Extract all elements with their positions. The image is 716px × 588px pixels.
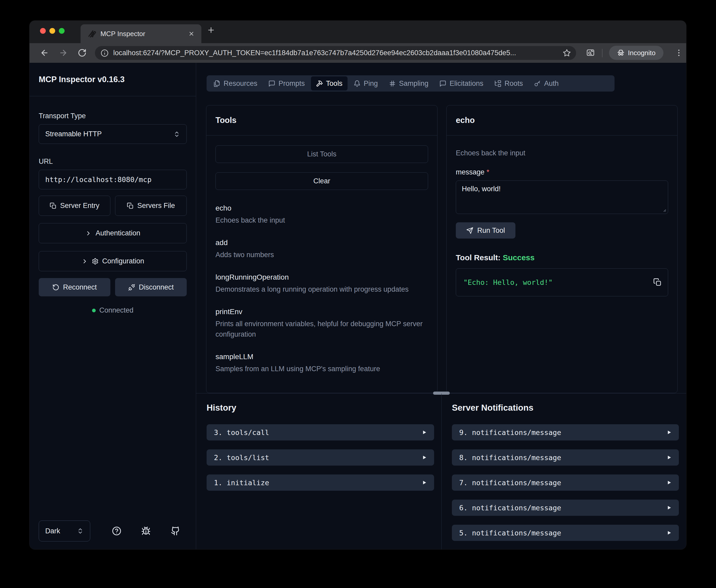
message-square-icon xyxy=(439,80,447,87)
tool-name: echo xyxy=(216,204,428,212)
chevrons-up-down-icon xyxy=(173,131,180,138)
tool-detail-title: echo xyxy=(447,105,677,135)
expand-play-icon xyxy=(666,455,672,460)
param-name: message xyxy=(456,168,484,176)
browser-tab[interactable]: MCP Inspector xyxy=(81,24,201,43)
message-input[interactable]: Hello, world! xyxy=(456,181,668,214)
list-tools-button[interactable]: List Tools xyxy=(216,145,428,163)
tab-label: Prompts xyxy=(279,80,305,88)
theme-select[interactable]: Dark xyxy=(39,521,90,542)
reconnect-button[interactable]: Reconnect xyxy=(39,278,110,296)
resize-grip-icon[interactable] xyxy=(661,207,666,212)
disconnect-button[interactable]: Disconnect xyxy=(115,278,187,296)
site-info-icon[interactable] xyxy=(101,49,109,57)
tool-item-add[interactable]: add Adds two numbers xyxy=(216,238,428,260)
url-text: localhost:6274/?MCP_PROXY_AUTH_TOKEN=ec1… xyxy=(113,49,516,57)
tool-description: Prints all environment variables, helpfu… xyxy=(216,319,428,339)
tool-name: add xyxy=(216,238,428,247)
tool-name: longRunningOperation xyxy=(216,273,428,281)
tab-elicitations[interactable]: Elicitations xyxy=(434,77,488,90)
screenshot-stage: MCP Inspector localhost:6274/?MCP_PROXY_… xyxy=(0,0,716,588)
mcp-logo-icon xyxy=(87,29,96,38)
tab-roots[interactable]: Roots xyxy=(489,77,528,90)
url-label: URL xyxy=(39,158,187,166)
tool-description: Echoes back the input xyxy=(216,215,428,226)
clear-tools-button[interactable]: Clear xyxy=(216,172,428,190)
tab-label: Elicitations xyxy=(450,80,483,88)
toolbar-divider xyxy=(602,49,603,57)
gear-icon xyxy=(92,258,99,265)
tool-item-samplellm[interactable]: sampleLLM Samples from an LLM using MCP'… xyxy=(216,353,428,374)
tool-item-printenv[interactable]: printEnv Prints all environment variable… xyxy=(216,308,428,339)
reload-icon[interactable] xyxy=(78,48,87,57)
tab-ping[interactable]: Ping xyxy=(349,77,383,90)
tool-item-echo[interactable]: echo Echoes back the input xyxy=(216,204,428,226)
authentication-label: Authentication xyxy=(95,229,140,237)
tool-item-longrunningoperation[interactable]: longRunningOperation Demonstrates a long… xyxy=(216,273,428,295)
bottom-column-divider xyxy=(441,393,442,549)
server-notifications-title: Server Notifications xyxy=(452,403,679,413)
tab-search-icon[interactable] xyxy=(586,48,595,57)
tool-result-box: "Echo: Hello, world!" xyxy=(456,268,668,296)
run-tool-button[interactable]: Run Tool xyxy=(456,222,516,238)
notification-row[interactable]: 9. notifications/message xyxy=(452,424,679,440)
incognito-icon xyxy=(617,49,625,57)
tool-description: Demonstrates a long running operation wi… xyxy=(216,284,428,295)
history-entry: 3. tools/call xyxy=(214,428,269,437)
app-title: MCP Inspector v0.16.3 xyxy=(29,63,196,96)
bookmark-star-icon[interactable] xyxy=(563,49,571,57)
tools-panel-title: Tools xyxy=(206,105,437,135)
server-entry-label: Server Entry xyxy=(60,202,100,210)
new-tab-button[interactable] xyxy=(207,26,215,34)
window-zoom-button[interactable] xyxy=(59,28,65,34)
sidebar-footer: Dark xyxy=(39,521,187,542)
notification-entry: 9. notifications/message xyxy=(459,428,561,437)
tab-prompts[interactable]: Prompts xyxy=(263,77,310,90)
browser-tabstrip: MCP Inspector xyxy=(29,21,686,43)
address-bar[interactable]: localhost:6274/?MCP_PROXY_AUTH_TOKEN=ec1… xyxy=(95,46,576,60)
tool-detail-description: Echoes back the input xyxy=(456,149,668,157)
history-row[interactable]: 1. initialize xyxy=(207,475,434,491)
bug-icon[interactable] xyxy=(141,526,151,536)
copy-icon xyxy=(50,203,57,209)
run-tool-label: Run Tool xyxy=(477,227,505,235)
github-icon[interactable] xyxy=(171,526,180,536)
window-minimize-button[interactable] xyxy=(49,28,55,34)
forward-icon[interactable] xyxy=(59,48,68,57)
chevron-right-icon xyxy=(81,258,88,265)
tool-result-heading: Tool Result: Success xyxy=(456,253,668,262)
server-entry-button[interactable]: Server Entry xyxy=(39,196,110,216)
notification-row[interactable]: 8. notifications/message xyxy=(452,449,679,466)
servers-file-button[interactable]: Servers File xyxy=(115,196,187,216)
help-icon[interactable] xyxy=(112,526,121,536)
authentication-button[interactable]: Authentication xyxy=(39,223,187,243)
tab-close-icon[interactable] xyxy=(188,30,195,37)
send-icon xyxy=(466,227,473,234)
back-icon[interactable] xyxy=(40,48,49,57)
history-row[interactable]: 3. tools/call xyxy=(207,424,434,440)
servers-file-label: Servers File xyxy=(137,202,175,210)
copy-result-icon[interactable] xyxy=(653,278,661,287)
history-row[interactable]: 2. tools/list xyxy=(207,449,434,466)
history-panel: History 3. tools/call 2. tools/list 1. i… xyxy=(207,403,434,491)
hash-icon xyxy=(389,80,396,87)
sidebar: MCP Inspector v0.16.3 Transport Type Str… xyxy=(29,63,196,549)
tab-resources[interactable]: Resources xyxy=(209,77,262,90)
server-url-input[interactable]: http://localhost:8080/mcp xyxy=(39,170,187,189)
connected-label: Connected xyxy=(100,306,134,314)
transport-type-select[interactable]: Streamable HTTP xyxy=(39,124,187,144)
notification-row[interactable]: 5. notifications/message xyxy=(452,525,679,541)
tool-name: printEnv xyxy=(216,308,428,316)
window-close-button[interactable] xyxy=(40,28,46,34)
tool-detail-panel: echo Echoes back the input message* Hell… xyxy=(447,105,677,393)
tab-auth[interactable]: Auth xyxy=(529,77,564,90)
disconnect-label: Disconnect xyxy=(139,283,174,291)
browser-menu-icon[interactable] xyxy=(674,48,683,57)
notification-row[interactable]: 7. notifications/message xyxy=(452,475,679,491)
tab-tools[interactable]: Tools xyxy=(311,76,348,90)
configuration-button[interactable]: Configuration xyxy=(39,251,187,271)
tab-sampling[interactable]: Sampling xyxy=(384,77,434,90)
message-value: Hello, world! xyxy=(462,185,501,193)
notification-row[interactable]: 6. notifications/message xyxy=(452,500,679,516)
hammer-icon xyxy=(316,80,323,87)
